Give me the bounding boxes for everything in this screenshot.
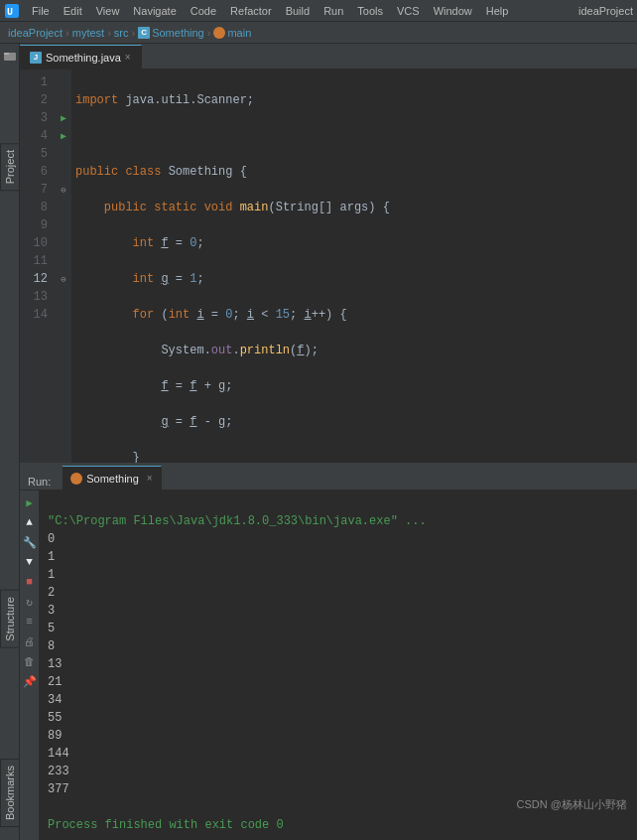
fold-12[interactable]: ⊖ <box>56 270 71 288</box>
menu-edit[interactable]: Edit <box>58 3 88 19</box>
menu-help[interactable]: Help <box>480 3 515 19</box>
app-name: ideaProject <box>578 5 633 17</box>
run-label: Run: <box>24 474 55 490</box>
run-tab-bar: Run: Something × <box>20 465 637 490</box>
breadcrumb-module[interactable]: mytest <box>72 27 104 39</box>
sidebar-tab-project[interactable]: Project <box>0 143 20 191</box>
line-numbers: 1 2 3 4 5 6 7 8 9 10 11 12 13 14 <box>20 70 56 463</box>
run-down-icon[interactable]: ▼ <box>22 554 38 570</box>
tab-close-icon[interactable]: × <box>125 52 131 63</box>
menu-tools[interactable]: Tools <box>351 3 389 19</box>
fold-7[interactable]: ⊖ <box>56 181 71 199</box>
run-tab-something[interactable]: Something × <box>63 466 161 490</box>
run-panel: Run: Something × ▶ ▲ 🔧 ▼ ■ ↻ ≡ <box>20 463 637 840</box>
breadcrumb-class[interactable]: Something <box>152 27 204 39</box>
breadcrumb-method[interactable]: main <box>227 27 251 39</box>
sidebar-tab-structure[interactable]: Structure <box>0 590 20 648</box>
run-play-icon[interactable]: ▶ <box>22 494 38 510</box>
svg-rect-3 <box>4 53 9 55</box>
watermark: CSDN @杨林山小野猪 <box>517 797 627 812</box>
run-tab-icon <box>70 473 82 485</box>
run-pin-icon[interactable]: 📌 <box>22 673 38 689</box>
run-trash-icon[interactable]: 🗑 <box>22 653 38 669</box>
run-stop-icon[interactable]: ■ <box>22 574 38 590</box>
menu-navigate[interactable]: Navigate <box>127 3 182 19</box>
java-file-icon: J <box>30 52 42 64</box>
editor-tab-something[interactable]: J Something.java × <box>20 45 142 69</box>
menu-bar: U File Edit View Navigate Code Refactor … <box>0 0 637 22</box>
menu-refactor[interactable]: Refactor <box>224 3 278 19</box>
method-icon <box>213 27 225 39</box>
code-content[interactable]: import java.util.Scanner; public class S… <box>71 70 637 463</box>
menu-file[interactable]: File <box>26 3 56 19</box>
editor-tab-bar: J Something.java × <box>20 44 637 70</box>
menu-vcs[interactable]: VCS <box>391 3 426 19</box>
gutter: ▶ ▶ ⊖ ⊖ <box>56 70 71 463</box>
menu-window[interactable]: Window <box>428 3 478 19</box>
tab-label: Something.java <box>46 52 121 64</box>
app-logo: U <box>4 3 20 19</box>
menu-code[interactable]: Code <box>185 3 222 19</box>
code-editor[interactable]: 1 2 3 4 5 6 7 8 9 10 11 12 13 14 <box>20 70 637 463</box>
sep4: › <box>207 27 211 39</box>
breadcrumb-project[interactable]: ideaProject <box>8 27 63 39</box>
run-output: "C:\Program Files\Java\jdk1.8.0_333\bin\… <box>40 490 637 840</box>
run-wrench-icon[interactable]: 🔧 <box>22 534 38 550</box>
run-gutter-3[interactable]: ▶ <box>56 109 71 127</box>
run-body: ▶ ▲ 🔧 ▼ ■ ↻ ≡ 🖨 🗑 📌 "C:\Program Files\Ja… <box>20 490 637 840</box>
run-tab-label: Something <box>86 473 139 485</box>
breadcrumb-src[interactable]: src <box>114 27 129 39</box>
run-gutter-4[interactable]: ▶ <box>56 127 71 145</box>
sep3: › <box>131 27 135 39</box>
run-up-icon[interactable]: ▲ <box>22 514 38 530</box>
class-icon: C <box>138 27 150 39</box>
run-print-icon[interactable]: 🖨 <box>22 633 38 649</box>
menu-build[interactable]: Build <box>280 3 316 19</box>
svg-text:U: U <box>7 7 13 18</box>
sidebar-tab-bookmarks[interactable]: Bookmarks <box>0 759 20 827</box>
breadcrumb: ideaProject › mytest › src › C Something… <box>0 22 637 44</box>
run-toolbar: ▶ ▲ 🔧 ▼ ■ ↻ ≡ 🖨 🗑 📌 <box>20 490 40 840</box>
menu-run[interactable]: Run <box>318 3 349 19</box>
run-rerun-icon[interactable]: ↻ <box>22 594 38 610</box>
run-scroll-icon[interactable]: ≡ <box>22 614 38 630</box>
sidebar-folder-icon[interactable] <box>2 48 18 64</box>
sep2: › <box>107 27 111 39</box>
run-tab-close[interactable]: × <box>147 473 153 484</box>
menu-view[interactable]: View <box>90 3 126 19</box>
sep1: › <box>65 27 69 39</box>
